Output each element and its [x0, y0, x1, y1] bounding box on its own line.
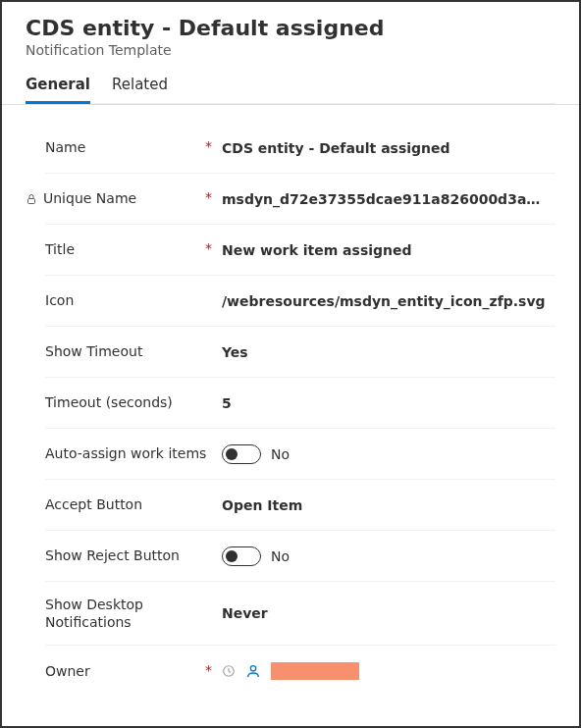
- field-timeout[interactable]: Timeout (seconds) 5: [45, 378, 555, 429]
- required-mark: *: [205, 240, 212, 256]
- field-name[interactable]: Name * CDS entity - Default assigned: [45, 123, 555, 174]
- svg-rect-0: [28, 198, 35, 203]
- field-title[interactable]: Title * New work item assigned: [45, 225, 555, 276]
- owner-name-redacted: [271, 662, 359, 680]
- timeout-label: Timeout (seconds): [45, 393, 173, 411]
- person-icon: [245, 663, 261, 679]
- lock-icon: [26, 192, 37, 206]
- tab-general[interactable]: General: [26, 76, 90, 104]
- tablist: General Related: [26, 76, 555, 104]
- page-title: CDS entity - Default assigned: [26, 16, 555, 40]
- tab-related[interactable]: Related: [112, 76, 168, 104]
- owner-value[interactable]: [222, 662, 555, 680]
- icon-value[interactable]: /webresources/msdyn_entity_icon_zfp.svg: [222, 293, 555, 309]
- field-auto-assign[interactable]: Auto-assign work items No: [45, 429, 555, 480]
- required-mark: *: [205, 189, 212, 205]
- field-show-timeout[interactable]: Show Timeout Yes: [45, 327, 555, 378]
- show-desktop-value[interactable]: Never: [222, 605, 555, 621]
- field-owner[interactable]: Owner *: [45, 646, 555, 697]
- recent-icon: [222, 664, 236, 678]
- name-label: Name: [45, 138, 85, 156]
- owner-label: Owner: [45, 662, 90, 680]
- timeout-value[interactable]: 5: [222, 395, 555, 411]
- field-show-reject[interactable]: Show Reject Button No: [45, 531, 555, 582]
- field-show-desktop[interactable]: Show Desktop Notifications Never: [45, 582, 555, 646]
- unique-name-label: Unique Name: [43, 189, 136, 207]
- unique-name-value: msdyn_d72e37355dcae911a826000d3a…: [222, 191, 555, 207]
- title-label: Title: [45, 240, 75, 258]
- title-value[interactable]: New work item assigned: [222, 242, 555, 258]
- show-reject-toggle[interactable]: [222, 546, 261, 566]
- required-mark: *: [205, 662, 212, 678]
- field-unique-name: Unique Name * msdyn_d72e37355dcae911a826…: [45, 174, 555, 225]
- accept-button-label: Accept Button: [45, 495, 142, 513]
- auto-assign-toggle[interactable]: [222, 444, 261, 464]
- name-value[interactable]: CDS entity - Default assigned: [222, 140, 555, 156]
- accept-button-value[interactable]: Open Item: [222, 497, 555, 513]
- required-mark: *: [205, 138, 212, 154]
- show-reject-label: Show Reject Button: [45, 546, 180, 564]
- show-desktop-label: Show Desktop Notifications: [45, 596, 222, 631]
- auto-assign-toggle-text: No: [271, 446, 290, 462]
- show-reject-toggle-text: No: [271, 548, 290, 564]
- page-subtitle: Notification Template: [26, 42, 555, 58]
- icon-label: Icon: [45, 291, 74, 309]
- form-general: Name * CDS entity - Default assigned Uni…: [2, 104, 579, 697]
- field-accept-button[interactable]: Accept Button Open Item: [45, 480, 555, 531]
- svg-point-2: [250, 666, 255, 671]
- field-icon[interactable]: Icon /webresources/msdyn_entity_icon_zfp…: [45, 276, 555, 327]
- show-timeout-value[interactable]: Yes: [222, 344, 555, 360]
- auto-assign-label: Auto-assign work items: [45, 444, 206, 462]
- show-timeout-label: Show Timeout: [45, 342, 142, 360]
